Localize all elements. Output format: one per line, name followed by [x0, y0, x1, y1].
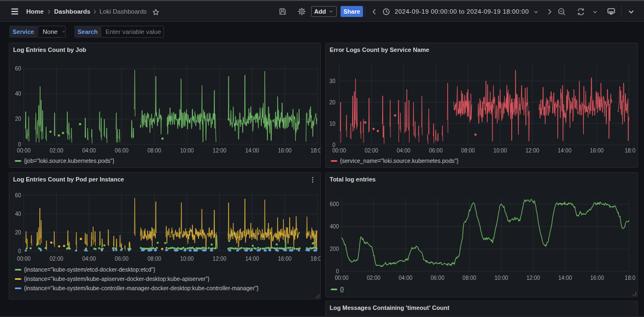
- svg-text:06:00: 06:00: [431, 275, 444, 281]
- svg-text:00:00: 00:00: [17, 256, 31, 262]
- svg-text:02:00: 02:00: [50, 256, 63, 262]
- svg-text:18:00: 18:00: [311, 256, 320, 262]
- svg-text:0: 0: [332, 142, 336, 148]
- svg-text:12:00: 12:00: [525, 148, 539, 154]
- svg-text:14:00: 14:00: [245, 148, 259, 154]
- svg-text:16:00: 16:00: [278, 256, 291, 262]
- svg-text:10:00: 10:00: [493, 148, 507, 154]
- svg-text:40: 40: [15, 91, 21, 97]
- svg-text:0: 0: [18, 248, 21, 254]
- svg-text:14:00: 14:00: [558, 275, 572, 281]
- svg-text:10:00: 10:00: [180, 256, 194, 262]
- svg-text:60: 60: [15, 192, 21, 198]
- svg-text:12:00: 12:00: [213, 148, 226, 154]
- svg-text:200: 200: [330, 246, 339, 252]
- svg-text:18:0: 18:0: [625, 148, 636, 154]
- svg-text:04:00: 04:00: [397, 148, 411, 154]
- svg-text:20: 20: [15, 230, 21, 236]
- svg-text:60: 60: [15, 66, 21, 72]
- svg-text:02:00: 02:00: [50, 148, 63, 154]
- svg-text:08:00: 08:00: [462, 275, 476, 281]
- svg-text:02:00: 02:00: [365, 148, 378, 154]
- svg-text:18:0: 18:0: [625, 275, 636, 281]
- svg-text:06:00: 06:00: [115, 148, 128, 154]
- svg-text:04:00: 04:00: [82, 148, 96, 154]
- svg-text:14:00: 14:00: [245, 256, 259, 262]
- svg-text:06:00: 06:00: [115, 256, 128, 262]
- svg-text:600: 600: [330, 201, 339, 207]
- svg-text:18:00: 18:00: [311, 148, 320, 154]
- svg-text:00:00: 00:00: [335, 275, 348, 281]
- svg-text:400: 400: [330, 224, 339, 230]
- svg-text:12:00: 12:00: [213, 256, 226, 262]
- svg-text:0: 0: [336, 268, 339, 274]
- svg-text:40: 40: [15, 211, 21, 217]
- svg-text:14:00: 14:00: [558, 148, 571, 154]
- svg-text:0: 0: [18, 142, 21, 148]
- svg-text:12:00: 12:00: [526, 275, 540, 281]
- svg-text:08:00: 08:00: [461, 148, 475, 154]
- svg-text:04:00: 04:00: [82, 256, 96, 262]
- svg-text:08:00: 08:00: [148, 148, 161, 154]
- svg-text:02:00: 02:00: [367, 275, 380, 281]
- svg-text:20: 20: [329, 99, 336, 105]
- svg-text:30: 30: [329, 78, 336, 84]
- svg-text:16:00: 16:00: [590, 275, 604, 281]
- svg-text:00:00: 00:00: [332, 148, 346, 154]
- svg-text:08:00: 08:00: [148, 256, 161, 262]
- svg-text:10: 10: [329, 121, 336, 127]
- svg-text:04:00: 04:00: [399, 275, 412, 281]
- svg-text:20: 20: [15, 116, 21, 122]
- svg-text:16:00: 16:00: [590, 148, 604, 154]
- svg-text:16:00: 16:00: [278, 148, 291, 154]
- svg-text:06:00: 06:00: [429, 148, 443, 154]
- svg-text:00:00: 00:00: [17, 148, 31, 154]
- svg-text:10:00: 10:00: [494, 275, 508, 281]
- svg-text:10:00: 10:00: [180, 148, 194, 154]
